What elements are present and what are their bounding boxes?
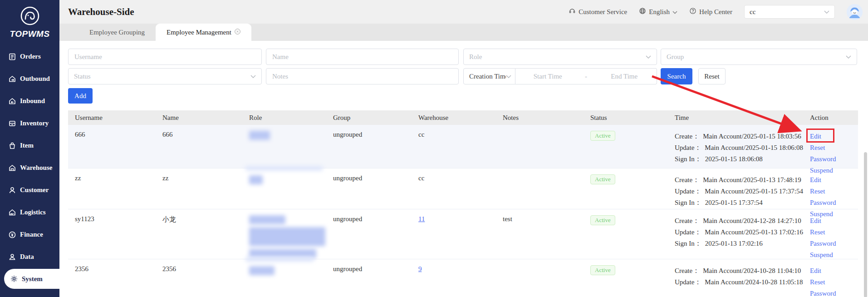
main-content: Role Group Status Creation Time Start Ti… bbox=[59, 41, 868, 297]
warehouse-icon bbox=[8, 164, 16, 172]
elephant-logo-icon bbox=[20, 20, 40, 28]
avatar[interactable] bbox=[847, 4, 863, 20]
edit-link[interactable]: Edit bbox=[810, 265, 851, 277]
cell-role-redacted bbox=[242, 168, 326, 184]
cell-status: Active bbox=[584, 209, 668, 225]
status-badge: Active bbox=[590, 215, 615, 225]
chevron-down-icon bbox=[250, 73, 256, 80]
sidebar-item-orders[interactable]: Orders bbox=[0, 45, 59, 68]
table-row: sy1123 小龙 ungrouped 11 test Active Creat… bbox=[68, 209, 858, 259]
sidebar-item-data[interactable]: Data bbox=[0, 246, 59, 268]
start-time-placeholder: Start Time bbox=[515, 73, 580, 80]
employee-table: Username Name Role Group Warehouse Notes… bbox=[68, 110, 858, 297]
edit-link[interactable]: Edit bbox=[810, 131, 851, 142]
sidebar-item-item[interactable]: Item bbox=[0, 134, 59, 157]
warehouse-link[interactable]: 11 bbox=[418, 215, 425, 223]
data-icon bbox=[8, 253, 16, 261]
cell-notes bbox=[496, 168, 584, 174]
cell-notes bbox=[496, 259, 584, 265]
item-icon bbox=[8, 142, 16, 150]
tab-bar: Employee Grouping Employee Management bbox=[59, 24, 868, 41]
topbar-actions: Customer Service English Help Center cc bbox=[569, 4, 863, 20]
logistics-icon bbox=[8, 208, 16, 217]
cell-warehouse: cc bbox=[412, 168, 496, 182]
chevron-down-icon bbox=[672, 8, 677, 16]
status-badge: Active bbox=[590, 174, 615, 184]
brand-name: TOPWMS bbox=[0, 29, 59, 39]
sidebar-item-inbound[interactable]: Inbound bbox=[0, 90, 59, 112]
warehouse-link[interactable]: 9 bbox=[418, 265, 422, 272]
cell-role-redacted bbox=[242, 259, 326, 275]
cell-group: ungrouped bbox=[326, 168, 412, 182]
sidebar-item-logistics[interactable]: Logistics bbox=[0, 201, 59, 223]
tab-employee-management[interactable]: Employee Management bbox=[156, 24, 251, 41]
sidebar-item-outbound[interactable]: Outbound bbox=[0, 68, 59, 90]
cell-username: 2356 bbox=[68, 259, 156, 273]
sidebar-item-system[interactable]: System bbox=[4, 269, 59, 289]
add-button[interactable]: Add bbox=[68, 88, 93, 104]
inventory-icon bbox=[8, 119, 16, 128]
cell-notes bbox=[496, 125, 584, 131]
customer-service-link[interactable]: Customer Service bbox=[569, 7, 627, 16]
cell-role-redacted bbox=[242, 125, 326, 140]
status-select[interactable]: Status bbox=[68, 68, 262, 84]
group-select[interactable]: Group bbox=[661, 49, 857, 65]
sidebar-item-customer[interactable]: Customer bbox=[0, 179, 59, 201]
cell-name: zz bbox=[156, 168, 242, 182]
chevron-down-icon bbox=[506, 73, 511, 80]
globe-icon bbox=[639, 7, 646, 16]
reset-password-link[interactable]: Reset Password bbox=[810, 186, 851, 208]
sidebar-item-inventory[interactable]: Inventory bbox=[0, 112, 59, 134]
cell-time: Create：Main Account/2024-12-28 14:27:10 … bbox=[668, 209, 803, 249]
table-row: 2356 2356 ungrouped 9 Active Create：Main… bbox=[68, 259, 858, 297]
table-row: 666 666 ungrouped cc Active Create：Main … bbox=[68, 125, 858, 168]
reset-password-link[interactable]: Reset Password bbox=[810, 227, 851, 249]
sidebar-item-warehouse[interactable]: Warehouse bbox=[0, 157, 59, 179]
tab-close-icon[interactable] bbox=[235, 29, 240, 36]
account-select[interactable]: cc bbox=[744, 5, 835, 19]
help-center-link[interactable]: Help Center bbox=[689, 7, 732, 16]
table-header: Username Name Role Group Warehouse Notes… bbox=[68, 110, 858, 125]
cell-time: Create：Main Account/2025-01-13 17:48:19 … bbox=[668, 168, 803, 208]
cell-status: Active bbox=[584, 168, 668, 184]
cell-time: Create：Main Account/2025-01-15 18:03:56 … bbox=[668, 125, 803, 165]
edit-link[interactable]: Edit bbox=[810, 215, 851, 227]
language-selector[interactable]: English bbox=[639, 7, 677, 16]
sidebar-item-finance[interactable]: Finance bbox=[0, 223, 59, 246]
cell-group: ungrouped bbox=[326, 125, 412, 139]
notes-input[interactable] bbox=[266, 68, 459, 84]
cell-actions: Edit Reset Password Suspend bbox=[803, 209, 858, 261]
account-select-value: cc bbox=[750, 8, 755, 16]
orders-icon bbox=[8, 53, 16, 61]
sidebar: TOPWMS Orders Outbound Inbound Inventory… bbox=[0, 0, 59, 297]
role-select[interactable]: Role bbox=[463, 49, 657, 65]
time-type-select[interactable]: Creation Time bbox=[463, 68, 515, 84]
status-badge: Active bbox=[590, 131, 615, 141]
cell-warehouse: 11 bbox=[412, 209, 496, 223]
chevron-down-icon bbox=[846, 53, 851, 61]
vertical-scrollbar[interactable] bbox=[864, 152, 867, 297]
cell-name: 666 bbox=[156, 125, 242, 139]
date-range-picker[interactable]: Start Time - End Time bbox=[515, 68, 657, 84]
finance-icon bbox=[8, 231, 16, 239]
reset-button[interactable]: Reset bbox=[698, 68, 726, 84]
brand-logo: TOPWMS bbox=[0, 0, 59, 39]
range-separator: - bbox=[580, 73, 592, 80]
cell-username: sy1123 bbox=[68, 209, 156, 223]
cell-status: Active bbox=[584, 125, 668, 141]
cell-name: 小龙 bbox=[156, 209, 242, 224]
tab-employee-grouping[interactable]: Employee Grouping bbox=[78, 24, 156, 41]
username-input[interactable] bbox=[68, 49, 262, 65]
reset-password-link[interactable]: Reset Password bbox=[810, 277, 851, 297]
outbound-icon bbox=[8, 75, 16, 83]
reset-password-link[interactable]: Reset Password bbox=[810, 142, 851, 165]
search-button[interactable]: Search bbox=[661, 68, 692, 84]
headset-icon bbox=[569, 7, 576, 16]
table-row: zz zz ungrouped cc Active Create：Main Ac… bbox=[68, 168, 858, 209]
edit-link[interactable]: Edit bbox=[810, 174, 851, 186]
chevron-down-icon bbox=[824, 8, 829, 16]
name-input[interactable] bbox=[266, 49, 459, 65]
inbound-icon bbox=[8, 97, 16, 105]
cell-warehouse: cc bbox=[412, 125, 496, 139]
app-window: TOPWMS Orders Outbound Inbound Inventory… bbox=[0, 0, 868, 297]
